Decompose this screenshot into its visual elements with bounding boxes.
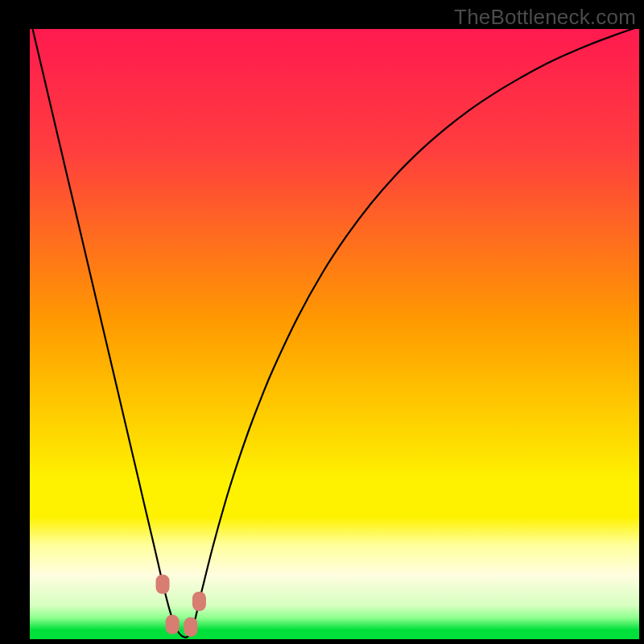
curve-marker [192,592,206,611]
chart-frame: TheBottleneck.com [0,0,644,644]
heat-gradient [30,29,639,639]
bottleneck-curve-chart [30,29,639,639]
plot-area [30,29,639,639]
curve-marker [166,615,180,634]
curve-marker [184,617,197,637]
watermark-label: TheBottleneck.com [454,5,636,30]
curve-marker [156,575,170,594]
